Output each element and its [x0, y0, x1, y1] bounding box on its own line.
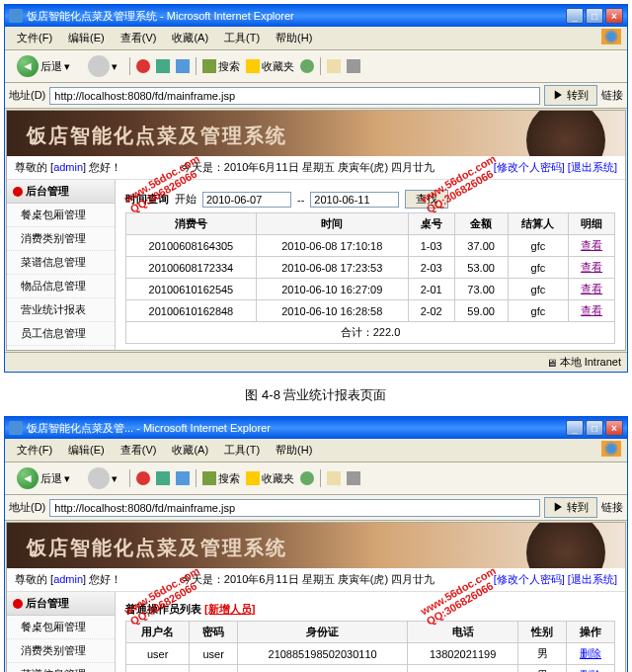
favorites-button[interactable]: 收藏夹 — [246, 471, 294, 486]
user-link[interactable]: admin — [53, 161, 83, 173]
table-row: gfcgfc21088119750305662113622134561男删除 — [126, 665, 615, 673]
stop-icon[interactable] — [136, 471, 150, 485]
ie-toolbar: ◄后退 ▾ ▾ 搜索 收藏夹 — [5, 50, 627, 83]
window-title: 饭店智能化点菜及管理系统 - Microsoft Internet Explor… — [27, 9, 294, 24]
sidebar-item-staff[interactable]: 员工信息管理 — [7, 322, 115, 346]
address-label: 地址(D) — [9, 500, 45, 515]
favorites-button[interactable]: 收藏夹 — [246, 59, 294, 74]
search-button[interactable]: 搜索 — [202, 471, 240, 486]
refresh-icon[interactable] — [156, 471, 170, 485]
address-label: 地址(D) — [9, 88, 45, 103]
ie-window-report: 饭店智能化点菜及管理系统 - Microsoft Internet Explor… — [4, 4, 628, 373]
view-link[interactable]: 查看 — [581, 283, 602, 294]
go-button[interactable]: ▶ 转到 — [544, 85, 597, 106]
refresh-icon[interactable] — [156, 59, 170, 73]
back-button[interactable]: ◄后退 ▾ — [11, 53, 76, 79]
user-link[interactable]: admin — [53, 573, 83, 585]
col-idcard: 身份证 — [238, 622, 408, 643]
back-button[interactable]: ◄后退 ▾ — [11, 465, 76, 491]
sidebar-item-goods[interactable]: 物品信息管理 — [7, 275, 115, 298]
menu-tools[interactable]: 工具(T) — [218, 441, 266, 460]
minimize-button[interactable]: _ — [566, 420, 584, 436]
address-input[interactable] — [49, 87, 540, 105]
sidebar-item-reports[interactable]: 营业统计报表 — [7, 298, 115, 322]
menu-edit[interactable]: 编辑(E) — [62, 441, 111, 460]
stop-icon[interactable] — [136, 59, 150, 73]
history-icon[interactable] — [300, 59, 314, 73]
minimize-button[interactable]: _ — [566, 8, 584, 24]
history-icon[interactable] — [300, 471, 314, 485]
mail-icon[interactable] — [327, 59, 341, 73]
menu-favorites[interactable]: 收藏(A) — [166, 441, 214, 460]
table-row: useruser21088519850203011013802021199男删除 — [126, 643, 615, 665]
sidebar-item-categories[interactable]: 消费类别管理 — [7, 639, 115, 663]
total-row: 合计：222.0 — [126, 322, 615, 344]
forward-button[interactable]: ▾ — [82, 53, 123, 79]
zone-text: 本地 Intranet — [560, 355, 621, 370]
add-staff-link[interactable]: [新增人员] — [204, 603, 255, 615]
col-gender: 性别 — [518, 622, 567, 643]
sidebar-title: 后台管理 — [26, 184, 69, 199]
menu-favorites[interactable]: 收藏(A) — [166, 29, 214, 47]
menu-help[interactable]: 帮助(H) — [270, 29, 318, 47]
logout-link[interactable]: [退出系统] — [568, 161, 617, 173]
menu-view[interactable]: 查看(V) — [115, 29, 163, 47]
sidebar-item-dishes[interactable]: 菜谱信息管理 — [7, 663, 115, 672]
info-bar: 尊敬的 [admin] 您好！ 今天是：2010年6月11日 星期五 庚寅年(虎… — [7, 156, 625, 180]
col-time: 时间 — [256, 213, 408, 235]
menu-edit[interactable]: 编辑(E) — [62, 29, 111, 47]
change-pwd-link[interactable]: [修改个人密码] — [494, 573, 565, 585]
menu-help[interactable]: 帮助(H) — [270, 441, 318, 460]
close-button[interactable]: × — [605, 420, 623, 436]
sidebar-item-categories[interactable]: 消费类别管理 — [7, 227, 115, 251]
links-label[interactable]: 链接 — [601, 500, 623, 515]
change-pwd-link[interactable]: [修改个人密码] — [494, 161, 565, 173]
ie-icon — [9, 9, 23, 23]
print-icon[interactable] — [347, 471, 360, 485]
menu-tools[interactable]: 工具(T) — [218, 29, 266, 47]
ie-logo-icon — [601, 441, 621, 457]
ie-toolbar: ◄后退 ▾ ▾ 搜索 收藏夹 — [5, 462, 627, 495]
sidebar: 后台管理 餐桌包厢管理 消费类别管理 菜谱信息管理 物品信息管理 营业统计报表 … — [7, 592, 116, 672]
col-table: 桌号 — [408, 213, 454, 235]
col-detail: 明细 — [569, 213, 615, 235]
sidebar-item-tables[interactable]: 餐桌包厢管理 — [7, 616, 115, 639]
date-label: 今天是：2010年6月11日 星期五 庚寅年(虎) 四月廿九 — [181, 160, 434, 175]
forward-button[interactable]: ▾ — [82, 465, 123, 491]
maximize-button[interactable]: □ — [586, 420, 603, 436]
ie-menubar: 文件(F) 编辑(E) 查看(V) 收藏(A) 工具(T) 帮助(H) — [5, 439, 627, 462]
query-label: 时间查询 — [125, 192, 169, 207]
address-input[interactable] — [49, 499, 540, 517]
ie-window-staff: 饭店智能化点菜及管... - Microsoft Internet Explor… — [4, 416, 628, 672]
logout-link[interactable]: [退出系统] — [568, 573, 617, 585]
print-icon[interactable] — [347, 59, 360, 73]
search-button[interactable]: 查找 — [405, 190, 448, 209]
menu-view[interactable]: 查看(V) — [115, 441, 163, 460]
col-user: 用户名 — [126, 622, 190, 643]
sidebar-item-tables[interactable]: 餐桌包厢管理 — [7, 204, 115, 227]
home-icon[interactable] — [176, 471, 190, 485]
view-link[interactable]: 查看 — [581, 304, 602, 316]
staff-title: 普通操作员列表 — [125, 603, 201, 615]
maximize-button[interactable]: □ — [586, 8, 603, 24]
view-link[interactable]: 查看 — [581, 261, 602, 273]
staff-table: 用户名 密码 身份证 电话 性别 操作 useruser210885198502… — [125, 621, 615, 672]
date-from-input[interactable] — [202, 192, 291, 208]
sidebar-icon — [13, 599, 23, 609]
home-icon[interactable] — [176, 59, 190, 73]
date-to-input[interactable] — [310, 192, 399, 208]
links-label[interactable]: 链接 — [601, 88, 623, 103]
menu-file[interactable]: 文件(F) — [11, 29, 58, 47]
sidebar: 后台管理 餐桌包厢管理 消费类别管理 菜谱信息管理 物品信息管理 营业统计报表 … — [7, 180, 116, 350]
menu-file[interactable]: 文件(F) — [11, 441, 58, 460]
delete-link[interactable]: 删除 — [580, 647, 601, 659]
ie-statusbar: 🖥本地 Intranet — [5, 352, 627, 372]
view-link[interactable]: 查看 — [581, 239, 602, 251]
ie-logo-icon — [601, 29, 621, 44]
search-button[interactable]: 搜索 — [202, 59, 240, 74]
close-button[interactable]: × — [605, 8, 623, 24]
date-label: 今天是：2010年6月11日 星期五 庚寅年(虎) 四月廿九 — [181, 572, 434, 587]
sidebar-item-dishes[interactable]: 菜谱信息管理 — [7, 251, 115, 275]
mail-icon[interactable] — [327, 471, 341, 485]
go-button[interactable]: ▶ 转到 — [544, 497, 597, 518]
